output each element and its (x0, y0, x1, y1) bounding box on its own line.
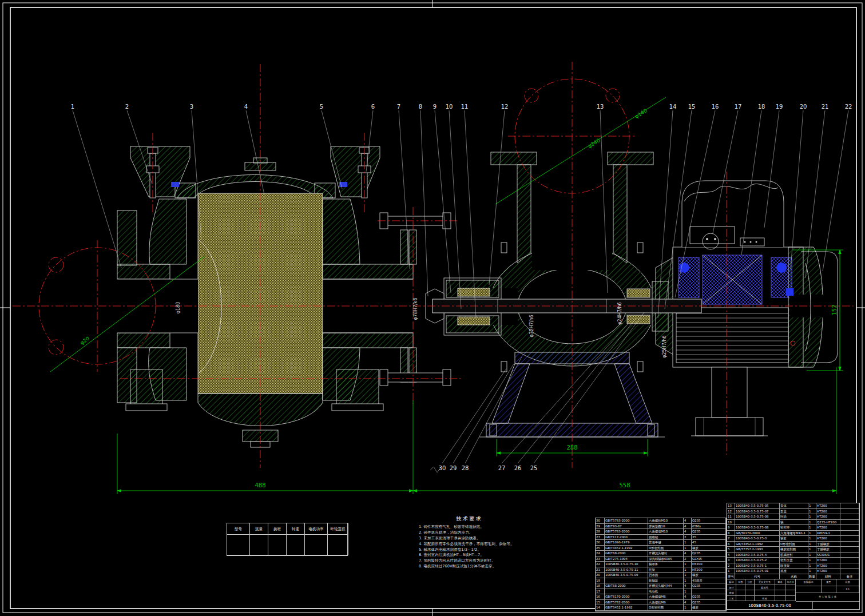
bom-cell-no: 18 (596, 583, 605, 589)
tb-weight-value (822, 586, 836, 593)
tech-note-line: 4. 装配前所有零件必须清洗干净，不得有毛刺、杂物等。 (419, 542, 519, 547)
bom-cell-code: GB/T1096-1979 (605, 540, 648, 546)
bom-cell-qty: 1 (808, 569, 816, 574)
tb-cell: 签名 (775, 579, 785, 585)
bom-cell-no: 9 (727, 525, 735, 531)
bom-cell-name: 开槽沉头螺钉 (648, 551, 684, 557)
bom-cell-qty: 1 (684, 540, 692, 546)
bom-right-rows: 13 100SB40-3.5-0.75-05 泵体 1 HT200 12 100… (727, 503, 859, 574)
spec-header-cell: 叶轮直径 (328, 523, 348, 535)
bom-cell-remark (840, 563, 859, 569)
tb-cell (785, 585, 796, 591)
bom-row: 27 GB/T117-2000 圆锥销 2 35 (596, 535, 726, 541)
bom-cell-no: 5 (727, 547, 735, 553)
bom-cell-remark (840, 536, 859, 542)
bom-row: 14 GB/T3452.1-1992 O形密封圈 1 橡胶 (596, 605, 726, 611)
bom-cell-code: 100SB40-3.5-0.75-07 (735, 509, 780, 515)
bom-cell-name: 挡水圈 (648, 573, 684, 578)
bom-cell-code: GB/T68-2000 (605, 583, 648, 589)
bom-cell-material: Q235 (692, 529, 726, 535)
tb-stage-label: 阶段标记 (796, 579, 822, 586)
callout-9: 9 (433, 104, 437, 110)
bom-cell-no: 8 (727, 531, 735, 536)
bom-left-table: 30 GB/T5783-2000 六角螺栓M10 4 Q235 29 GB/T9… (595, 518, 727, 611)
bom-cell-material: SS306/1 (816, 553, 840, 558)
fit-body: φ180 (176, 302, 181, 314)
tb-cell: 批准 (755, 596, 775, 602)
bom-cell-qty: 4 (684, 529, 692, 535)
bom-cell-name: 六角螺母M6 (648, 594, 684, 600)
bom-row: 24 GB/T68-2000 开槽沉头螺钉 4 Q235 (596, 551, 726, 557)
spec-header-row: 型号流量扬程转速电机功率叶轮直径 (227, 523, 347, 535)
bom-row: 12 100SB40-3.5-0.75-07 泵盖 1 HT200 (727, 509, 859, 515)
tb-stage-value (796, 586, 822, 593)
callout-20: 20 (800, 104, 807, 110)
tb-cell: 设计 (727, 585, 736, 591)
callout-2: 2 (125, 104, 129, 110)
bom-row: 19 联轴器 1 45调质 (596, 578, 726, 584)
bom-cell-code: 100SB40-3.5-0.75-09 (605, 573, 648, 578)
bom-cell-code: GB/T3452.1-1992 (605, 546, 648, 551)
dim-bolt-hole: φ20 (79, 335, 90, 346)
tb-cell (736, 590, 745, 596)
callout-28: 28 (462, 465, 469, 471)
bom-row: 30 GB/T5783-2000 六角螺栓M10 4 Q235 (596, 518, 726, 524)
bom-cell-code: GB/T93-87 (605, 524, 648, 530)
tb-cell: 分区 (745, 579, 755, 585)
bom-cell-code: GB/T5782-2000 (605, 600, 648, 606)
bom-cell-no: 3 (727, 558, 735, 563)
bom-cell-qty: 2 (684, 535, 692, 541)
title-block-number-strip: 100SB40-3.5-0.75-00 (727, 601, 859, 610)
spec-cell-empty (328, 535, 348, 555)
bom-cell-material: HT200 (816, 558, 840, 563)
bom-cell-qty: 1 (808, 542, 816, 547)
bom-cell-code: GB/T6170-2000 (605, 594, 648, 600)
tb-cell: 审核 (727, 590, 736, 596)
bom-cell-no: 11 (727, 514, 735, 520)
bom-right-table: 13 100SB40-3.5-0.75-05 泵体 1 HT200 12 100… (727, 503, 860, 580)
bom-cell-name: 圆锥销 (648, 535, 684, 541)
tech-notes-title: 技术要求 (419, 515, 519, 523)
bom-cell-material: 橡胶 (692, 546, 726, 551)
bom-cell-name: 联接架 (780, 563, 808, 569)
callout-17: 17 (735, 104, 742, 110)
bom-cell-material: 35 (692, 535, 726, 541)
bom-cell-qty: 4 (684, 583, 692, 589)
bom-cell-code: GB/T6170-2000 (735, 531, 780, 536)
bom-cell-code: 100SB40-3.5-0.75-4 (735, 553, 780, 558)
spec-header-cell: 型号 (227, 523, 250, 535)
tb-cell (775, 590, 785, 596)
center-pump-casing-section (426, 152, 677, 437)
bom-cell-qty: 4 (684, 594, 692, 600)
bom-row: 4 100SB40-3.5-0.75-4 机械密封 1 SS306/1 (727, 553, 859, 558)
bom-row: 21 100SB40-3.5-0.75-11 托架 1 HT200 (596, 567, 726, 573)
bom-cell-name: 六角螺栓M10 (648, 518, 684, 524)
bom-cell-material (692, 589, 726, 595)
bom-cell-remark (840, 542, 859, 547)
title-block: 标记 处数 分区 更改文件号 签名 年月日 设计 标准化 审核 工艺 (727, 579, 860, 610)
bom-cell-qty: 1 (684, 589, 692, 595)
bom-cell-qty: 4 (684, 551, 692, 557)
spec-header-cell: 流量 (250, 523, 268, 535)
spec-cell-empty (268, 535, 287, 555)
bom-cell-material: Q235 (692, 518, 726, 524)
dim-flange-outer: φ240 (587, 137, 601, 149)
bom-cell-qty: 1 (808, 547, 816, 553)
callout-11: 11 (461, 104, 469, 110)
bom-cell-no: 20 (596, 573, 605, 578)
spec-header-cell: 转速 (287, 523, 305, 535)
bom-cell-remark (840, 525, 859, 531)
bom-cell-code: GB/T7757.2-1993 (735, 547, 780, 553)
bom-row: 1 100SB40-3.5-0.75-01 底座 1 HT200 (727, 569, 859, 574)
bom-cell-remark (840, 531, 859, 536)
spec-table: 型号流量扬程转速电机功率叶轮直径 (227, 523, 348, 556)
spec-cell-empty (287, 535, 305, 555)
bom-cell-qty: 1 (684, 562, 692, 567)
bom-cell-no: 6 (727, 542, 735, 547)
callout-14: 14 (669, 104, 677, 110)
bom-cell-material: 65Mn (692, 524, 726, 530)
bom-cell-qty: 2 (684, 557, 692, 562)
bom-cell-no: 7 (727, 536, 735, 542)
spec-cell-empty (305, 535, 328, 555)
tb-cell: 更改文件号 (755, 579, 775, 585)
